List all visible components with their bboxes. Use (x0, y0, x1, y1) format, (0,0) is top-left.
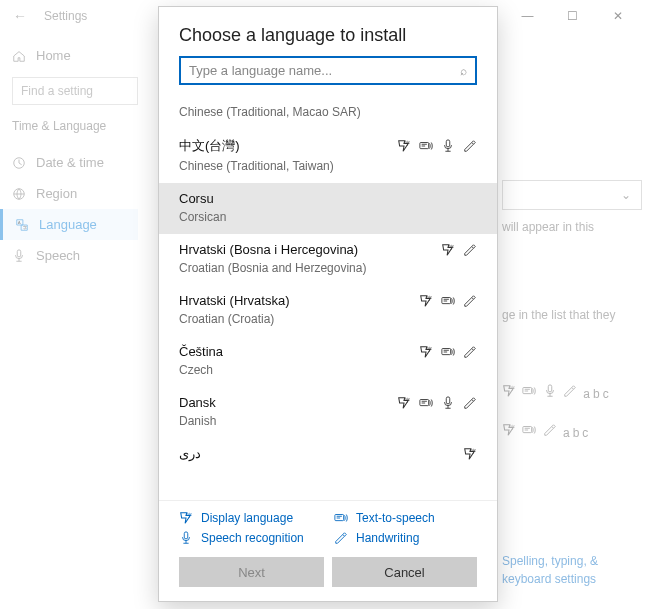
feature-legend: Display language Text-to-speech Speech r… (159, 500, 497, 551)
language-native-name: Hrvatski (Bosna i Hercegovina) (179, 242, 358, 257)
display-icon (397, 139, 411, 153)
language-search-box[interactable]: ⌕ (179, 56, 477, 85)
language-row[interactable]: ČeštinaCzech (159, 336, 497, 387)
speech-recognition-icon (179, 531, 193, 545)
language-english-name: Corsican (179, 210, 477, 224)
text-to-speech-icon (334, 511, 348, 525)
tts-icon (419, 139, 433, 153)
language-row[interactable]: CorsuCorsican (159, 183, 497, 234)
language-native-name: Hrvatski (Hrvatska) (179, 293, 290, 308)
tts-icon (441, 294, 455, 308)
hand-icon (463, 294, 477, 308)
language-native-name: Čeština (179, 344, 223, 359)
display-icon (419, 294, 433, 308)
language-install-dialog: Choose a language to install ⌕ Chinese (… (158, 6, 498, 602)
display-icon (441, 243, 455, 257)
dialog-title: Choose a language to install (159, 7, 497, 56)
language-row[interactable]: DanskDanish (159, 387, 497, 438)
language-native-name: Dansk (179, 395, 216, 410)
hand-icon (463, 243, 477, 257)
language-row[interactable]: 中文(台灣)Chinese (Traditional, Taiwan) (159, 129, 497, 183)
language-native-name: Corsu (179, 191, 214, 206)
language-english-name: Danish (179, 414, 477, 428)
search-icon: ⌕ (460, 64, 467, 78)
next-button[interactable]: Next (179, 557, 324, 587)
display-icon (419, 345, 433, 359)
language-row[interactable]: Hrvatski (Hrvatska)Croatian (Croatia) (159, 285, 497, 336)
cancel-button[interactable]: Cancel (332, 557, 477, 587)
language-list: Chinese (Traditional, Macao SAR)中文(台灣)Ch… (159, 93, 497, 500)
hand-icon (463, 345, 477, 359)
display-icon (463, 447, 477, 461)
hand-icon (463, 139, 477, 153)
tts-icon (419, 396, 433, 410)
hand-icon (463, 396, 477, 410)
language-english-name: Chinese (Traditional, Macao SAR) (179, 105, 477, 119)
handwriting-icon (334, 531, 348, 545)
display-icon (397, 396, 411, 410)
display-language-icon (179, 511, 193, 525)
language-native-name: 中文(台灣) (179, 137, 240, 155)
language-row[interactable]: Chinese (Traditional, Macao SAR) (159, 93, 497, 129)
language-row[interactable]: Hrvatski (Bosna i Hercegovina)Croatian (… (159, 234, 497, 285)
language-search-input[interactable] (189, 63, 460, 78)
tts-icon (441, 345, 455, 359)
speech-icon (441, 139, 455, 153)
language-english-name: Chinese (Traditional, Taiwan) (179, 159, 477, 173)
language-native-name: درى (179, 446, 201, 461)
language-english-name: Czech (179, 363, 477, 377)
speech-icon (441, 396, 455, 410)
language-row[interactable]: درى (159, 438, 497, 471)
language-english-name: Croatian (Croatia) (179, 312, 477, 326)
language-english-name: Croatian (Bosnia and Herzegovina) (179, 261, 477, 275)
